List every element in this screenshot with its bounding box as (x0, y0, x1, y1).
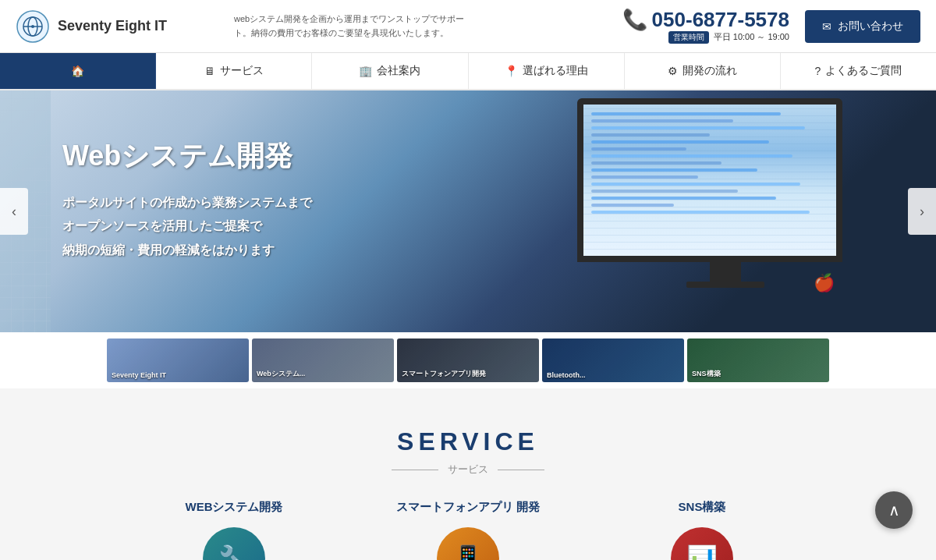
service-card-sns-title: SNS構築 (608, 500, 796, 515)
hours-badge: 営業時間 (668, 31, 709, 44)
back-to-top-button[interactable]: ∧ (875, 491, 913, 529)
main-nav: 🏠 🖥 サービス 🏢 会社案内 📍 選ばれる理由 ⚙ 開発の流れ ? よくあるご… (0, 53, 936, 90)
thumb-5[interactable]: SNS構築 (687, 338, 829, 382)
service-app-icon: 📱 (437, 527, 499, 560)
service-card-app-title: スマートフォンアプリ 開発 (374, 500, 562, 515)
site-header: Seventy Eight IT webシステム開発を企画から運用までワンストッ… (0, 0, 936, 53)
header-tagline: webシステム開発を企画から運用までワンストップでサポー ト。納得の費用でお客様… (218, 12, 622, 40)
thumb-5-label: SNS構築 (692, 369, 721, 379)
thumb-2[interactable]: Webシステム... (252, 338, 394, 382)
contact-button[interactable]: ✉ お問い合わせ (805, 10, 920, 43)
thumb-4[interactable]: Bluetooth... (542, 338, 684, 382)
mail-icon: ✉ (822, 20, 831, 33)
service-web-icon: 🔧 (203, 527, 265, 560)
monitor-icon: 🖥 (204, 65, 215, 77)
logo-icon (16, 9, 50, 44)
logo-text: Seventy Eight IT (58, 18, 167, 35)
hero-slider: 🍎 Webシステム開発 ポータルサイトの作成から業務システムまで オープンソース… (0, 90, 936, 332)
thumb-1-label: Seventy Eight IT (112, 371, 166, 379)
monitor-screen (577, 98, 842, 262)
nav-home[interactable]: 🏠 (0, 53, 156, 89)
service-title-ja: サービス (16, 463, 920, 477)
chevron-left-icon: ‹ (12, 204, 16, 220)
business-hours: 営業時間 平日 10:00 ～ 19:00 (668, 31, 789, 44)
thumb-3[interactable]: スマートフォンアプリ開発 (397, 338, 539, 382)
nav-faq[interactable]: ? よくあるご質問 (781, 53, 936, 89)
thumb-3-label: スマートフォンアプリ開発 (402, 369, 486, 379)
slider-prev-button[interactable]: ‹ (0, 188, 28, 235)
pin-icon: 📍 (505, 65, 518, 77)
nav-about[interactable]: 🏢 会社案内 (312, 53, 468, 89)
service-card-sns: SNS構築 📊 (608, 500, 796, 560)
hero-subtitle: ポータルサイトの作成から業務システムまで オープンソースを活用したご提案で 納期… (62, 191, 312, 262)
chevron-right-icon: › (920, 204, 924, 220)
thumb-1[interactable]: Seventy Eight IT (107, 338, 249, 382)
gear-icon: ⚙ (668, 65, 678, 77)
nav-service[interactable]: 🖥 サービス (156, 53, 312, 89)
question-icon: ? (815, 65, 821, 77)
home-icon: 🏠 (71, 65, 84, 77)
service-cards: WEBシステム開発 🔧 スマートフォンアプリ 開発 📱 SNS構築 📊 (16, 500, 920, 560)
arrow-up-icon: ∧ (888, 501, 900, 519)
svg-point-4 (31, 25, 34, 28)
slider-next-button[interactable]: › (908, 188, 936, 235)
hero-text-block: Webシステム開発 ポータルサイトの作成から業務システムまで オープンソースを活… (62, 137, 312, 262)
logo-area: Seventy Eight IT (16, 9, 218, 44)
service-card-web-title: WEBシステム開発 (140, 500, 328, 515)
building-icon: 🏢 (359, 65, 372, 77)
nav-flow[interactable]: ⚙ 開発の流れ (625, 53, 781, 89)
thumbnail-strip: Seventy Eight IT Webシステム... スマートフォンアプリ開発… (0, 332, 936, 388)
phone-icon: 📞 (622, 9, 647, 30)
phone-area: 📞 050-6877-5578 営業時間 平日 10:00 ～ 19:00 (622, 9, 789, 44)
service-sns-icon: 📊 (671, 527, 733, 560)
thumb-4-label: Bluetooth... (547, 371, 586, 379)
nav-reason[interactable]: 📍 選ばれる理由 (469, 53, 625, 89)
hero-title: Webシステム開発 (62, 137, 312, 175)
service-card-app: スマートフォンアプリ 開発 📱 (374, 500, 562, 560)
apple-logo-decoration: 🍎 (814, 273, 835, 293)
service-section: SERVICE サービス WEBシステム開発 🔧 スマートフォンアプリ 開発 📱… (0, 388, 936, 560)
service-title-en: SERVICE (16, 427, 920, 456)
phone-number: 📞 050-6877-5578 (622, 9, 789, 30)
thumb-2-label: Webシステム... (257, 369, 305, 379)
service-card-web: WEBシステム開発 🔧 (140, 500, 328, 560)
